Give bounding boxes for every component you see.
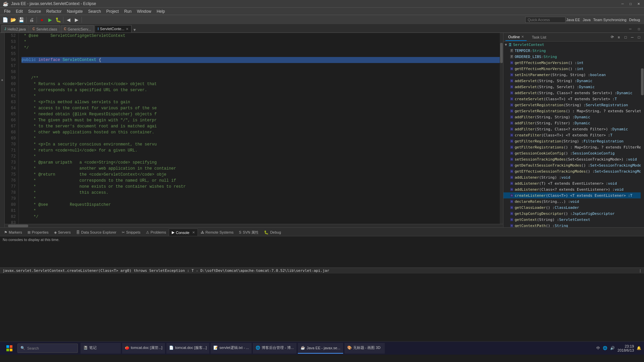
taskbar-item-browser[interactable]: 🌐 博客后台管理 - 博... <box>253 343 297 354</box>
outline-item-3[interactable]: m getEffectiveMajorVersion() : int <box>503 60 641 66</box>
taskbar-item-servlet-txt[interactable]: 📝 servlet逻辑.txt - ... <box>211 343 252 354</box>
outline-close-icon[interactable]: ✕ <box>521 35 524 39</box>
tab-servletcontext[interactable]: I ServletConte... ✕ <box>95 25 131 33</box>
menu-project[interactable]: Project <box>104 8 121 14</box>
editor-vertical-scrollbar[interactable] <box>500 33 503 224</box>
outline-item-30[interactable]: m getContextPath() : String <box>503 223 641 227</box>
menu-edit[interactable]: Edit <box>13 8 25 14</box>
tab-properties[interactable]: ⊞ Properties <box>25 229 51 236</box>
tab-servers[interactable]: ◈ Servers <box>51 229 73 236</box>
tab-data-source[interactable]: 🗄 Data Source Explorer <box>73 229 119 236</box>
forward-button[interactable]: ▶ <box>73 16 80 23</box>
outline-item-29[interactable]: m getContext(String) : ServletContext <box>503 217 641 223</box>
editor-hscrollbar-thumb[interactable] <box>8 225 28 227</box>
tab-ctx-close[interactable]: ✕ <box>126 27 128 31</box>
console-close[interactable]: ✕ <box>192 231 195 234</box>
editor-scrollbar-thumb[interactable] <box>500 43 503 63</box>
outline-item-16[interactable]: m getFilterRegistration(String) : Filter… <box>503 138 641 144</box>
outline-scrollbar-thumb[interactable] <box>641 68 644 95</box>
task-list-tab[interactable]: Task List <box>529 34 549 41</box>
maximize-button[interactable]: □ <box>628 1 633 6</box>
print-button[interactable]: 🖨 <box>28 16 35 23</box>
outline-item-13[interactable]: m addFilter(String, Filter) : Dynamic <box>503 120 641 126</box>
team-sync-label[interactable]: Team Synchronizing <box>593 18 627 22</box>
outline-item-6[interactable]: m addServlet(String, String) : Dynamic <box>503 78 641 84</box>
tab-debug[interactable]: 🐛 Debug <box>261 229 283 236</box>
menu-source[interactable]: Source <box>25 8 44 14</box>
outline-tab[interactable]: Outline ✕ <box>505 34 527 41</box>
outline-item-23[interactable]: m addListener(T) <T extends EventListene… <box>503 180 641 186</box>
outline-item-12[interactable]: m addFilter(String, String) : Dynamic <box>503 114 641 120</box>
outline-item-4[interactable]: m getEffectiveMinorVersion() : int <box>503 66 641 72</box>
tab-hello[interactable]: J Hello2.java <box>1 25 29 33</box>
outline-item-22[interactable]: m addListener(String) : void <box>503 174 641 180</box>
outline-toolbar-btn-2[interactable]: ≡ <box>616 34 622 40</box>
outline-item-7[interactable]: m addServlet(String, Servlet) : Dynamic <box>503 84 641 90</box>
taskbar-item-paint[interactable]: 🎨 无标题 - 画图 3D <box>344 343 385 354</box>
outline-item-27[interactable]: m getClassLoader() : ClassLoader <box>503 204 641 210</box>
outline-item-17[interactable]: m getFilterRegistrations() : Map<String,… <box>503 144 641 150</box>
outline-item-26[interactable]: m declareRoles(String...) : void <box>503 198 641 204</box>
outline-item-ordered-libs[interactable]: f ORDERED_LIBS : String <box>503 54 641 60</box>
menu-refactor[interactable]: Refactor <box>44 8 64 14</box>
taskbar-item-eclipse[interactable]: ☕ Java EE - javax.se... <box>298 343 343 354</box>
menu-run[interactable]: Run <box>121 8 134 14</box>
tab-generic[interactable]: C GenericServ... <box>61 25 94 33</box>
java-ee-label[interactable]: Java EE <box>566 18 580 22</box>
outline-item-10[interactable]: m getServletRegistration(String) : Servl… <box>503 102 641 108</box>
outline-item-20[interactable]: m getDefaultSessionTrackingModes() : Set… <box>503 162 641 168</box>
start-button[interactable] <box>3 343 16 354</box>
save-button[interactable]: 💾 <box>17 16 25 23</box>
tab-menu-icon[interactable]: ▼ <box>133 28 136 33</box>
outline-item-14[interactable]: m addFilter(String, Class<? extends Filt… <box>503 126 641 132</box>
outline-item-24[interactable]: m addListener(Class<? extends EventListe… <box>503 186 641 192</box>
menu-search[interactable]: Search <box>86 8 104 14</box>
maximize-editor-button[interactable]: □ <box>635 25 643 33</box>
taskbar-search[interactable]: 🔍 Search <box>17 344 78 353</box>
close-button[interactable]: ✕ <box>636 1 641 6</box>
editor-horizontal-scrollbar[interactable] <box>5 224 503 227</box>
taskbar-item-tomcat-doc1[interactable]: 🍅 tomcat.doc [属管...] <box>122 343 165 354</box>
outline-item-5[interactable]: m setInitParameter(String, String) : boo… <box>503 72 641 78</box>
outline-toolbar-btn-3[interactable]: □ <box>623 34 629 40</box>
tab-console[interactable]: ▶ Console ✕ <box>169 229 198 236</box>
menu-window[interactable]: Window <box>134 8 154 14</box>
minimize-editor-button[interactable]: ─ <box>627 25 634 33</box>
outline-item-25[interactable]: m createListener(Class<T>) <T extends Ev… <box>503 192 641 198</box>
outline-toolbar-btn-1[interactable]: ⟳ <box>609 34 615 40</box>
run-debug-button[interactable]: ● <box>38 16 46 23</box>
outline-item-21[interactable]: m getEffectiveSessionTrackingModes() : S… <box>503 168 641 174</box>
new-button[interactable]: 📄 <box>1 16 9 23</box>
run-button[interactable]: ▶ <box>46 16 54 23</box>
code-area[interactable]: * @see ServletConfig#getServletContext *… <box>19 33 500 224</box>
outline-item-19[interactable]: m setSessionTrackingModes(Set<SessionTra… <box>503 156 641 162</box>
taskbar-item-notepad[interactable]: 📓 笔记 <box>80 343 121 354</box>
editor-panel[interactable]: 52 53 54 55 56 57 58 59 60 61 62 63 64 6… <box>5 33 503 227</box>
outline-item-tempdir[interactable]: f TEMPDIR : String <box>503 48 641 54</box>
debug-label[interactable]: Debug <box>629 18 640 22</box>
menu-help[interactable]: Help <box>154 8 168 14</box>
outline-item-9[interactable]: m createServlet(Class<T>) <T extends Ser… <box>503 96 641 102</box>
taskbar-item-tomcat-doc2[interactable]: 📄 tomcat.doc [服客...] <box>166 343 209 354</box>
tab-snippets[interactable]: ✂ Snippets <box>119 229 143 236</box>
back-button[interactable]: ◀ <box>65 16 72 23</box>
outline-item-8[interactable]: m addServlet(String, Class<? extends Ser… <box>503 90 641 96</box>
outline-minimize-btn[interactable]: ─ <box>629 34 635 40</box>
outline-item-11[interactable]: m getServletRegistrations() : Map<String… <box>503 108 641 114</box>
outline-item-18[interactable]: m getSessionCookieConfig() : SessionCook… <box>503 150 641 156</box>
menu-file[interactable]: File <box>1 8 13 14</box>
outline-class-root[interactable]: ▼ I ServletContext <box>503 42 641 48</box>
tab-problems[interactable]: ⚠ Problems <box>143 229 169 236</box>
menu-navigate[interactable]: Navigate <box>64 8 85 14</box>
quick-access-input[interactable] <box>525 17 566 23</box>
tab-markers[interactable]: ⚑ Markers <box>1 229 25 236</box>
outline-item-28[interactable]: m getJspConfigDescriptor() : JspConfigDe… <box>503 210 641 217</box>
tab-servlet-class[interactable]: C Servlet.class <box>30 25 60 33</box>
outline-maximize-btn[interactable]: □ <box>636 34 642 40</box>
outline-item-15[interactable]: m createFilter(Class<T>) <T extends Filt… <box>503 132 641 138</box>
tab-remote-systems[interactable]: 🖧 Remote Systems <box>198 229 236 236</box>
debug-button[interactable]: 🐛 <box>54 16 62 23</box>
tab-svn[interactable]: S SVN 属性 <box>236 229 261 236</box>
outline-vertical-scrollbar[interactable] <box>641 42 644 227</box>
open-button[interactable]: 📂 <box>9 16 17 23</box>
